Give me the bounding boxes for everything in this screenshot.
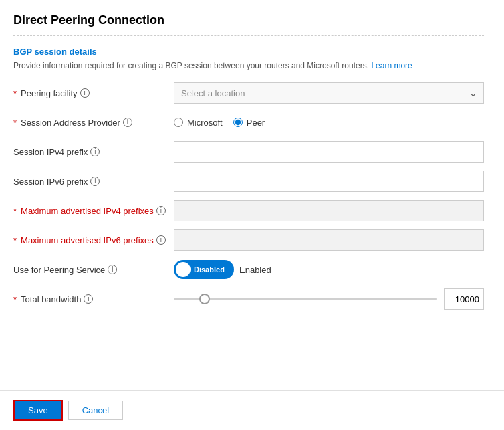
total-bandwidth-control	[174, 288, 484, 310]
slider-container	[174, 288, 484, 310]
save-button[interactable]: Save	[13, 400, 63, 421]
max-ipv6-info-icon[interactable]: i	[156, 235, 166, 245]
max-ipv6-row: * Maximum advertised IPv6 prefixes i	[13, 229, 484, 251]
main-content: Direct Peering Connection BGP session de…	[0, 0, 504, 390]
max-ipv4-label: * Maximum advertised IPv4 prefixes i	[13, 206, 174, 216]
peering-service-info-icon[interactable]: i	[108, 265, 117, 274]
toggle-disabled-text: Disabled	[194, 265, 225, 274]
peering-service-row: Use for Peering Service i Disabled Enabl…	[13, 259, 484, 280]
toggle-switch[interactable]: Disabled	[174, 260, 234, 279]
session-address-provider-label: * Session Address Provider i	[13, 118, 174, 128]
toggle-enabled-text: Enabled	[239, 265, 271, 275]
page-container: Direct Peering Connection BGP session de…	[0, 0, 504, 430]
footer: Save Cancel	[0, 390, 504, 430]
peering-facility-label: * Peering facility i	[13, 88, 174, 98]
session-ipv4-input[interactable]	[174, 141, 484, 163]
peering-facility-row: * Peering facility i Select a location	[13, 82, 484, 104]
max-ipv4-info-icon[interactable]: i	[156, 206, 166, 215]
toggle-container: Disabled Enabled	[174, 260, 484, 279]
peering-facility-select[interactable]: Select a location	[174, 82, 484, 104]
max-ipv6-label: * Maximum advertised IPv6 prefixes i	[13, 235, 174, 245]
session-ipv6-label: Session IPv6 prefix i	[13, 177, 174, 187]
peering-service-control: Disabled Enabled	[174, 260, 484, 279]
radio-peer-label: Peer	[247, 118, 265, 128]
required-star-3: *	[13, 206, 17, 216]
session-ipv4-control	[174, 141, 484, 163]
learn-more-link[interactable]: Learn more	[371, 61, 412, 70]
total-bandwidth-label: * Total bandwidth i	[13, 294, 174, 304]
cancel-button[interactable]: Cancel	[68, 401, 123, 420]
section-description: Provide information required for creatin…	[13, 60, 484, 72]
session-address-provider-control: Microsoft Peer	[174, 118, 484, 128]
session-address-info-icon[interactable]: i	[123, 118, 132, 127]
total-bandwidth-info-icon[interactable]: i	[84, 294, 93, 304]
session-ipv6-row: Session IPv6 prefix i	[13, 171, 484, 192]
required-star-4: *	[13, 235, 17, 245]
page-title: Direct Peering Connection	[13, 13, 484, 36]
bandwidth-value-input[interactable]	[444, 288, 484, 310]
max-ipv4-input[interactable]	[174, 200, 484, 221]
max-ipv4-control	[174, 200, 484, 221]
radio-microsoft-input[interactable]	[174, 118, 183, 127]
peering-facility-info-icon[interactable]: i	[80, 88, 90, 98]
peering-facility-select-wrapper: Select a location	[174, 82, 484, 104]
peering-service-label: Use for Peering Service i	[13, 265, 174, 275]
radio-microsoft[interactable]: Microsoft	[174, 118, 223, 128]
total-bandwidth-row: * Total bandwidth i	[13, 288, 484, 310]
bandwidth-slider[interactable]	[174, 298, 437, 300]
max-ipv6-control	[174, 229, 484, 251]
session-address-provider-row: * Session Address Provider i Microsoft P…	[13, 112, 484, 133]
required-star-2: *	[13, 118, 17, 128]
session-ipv4-info-icon[interactable]: i	[90, 147, 100, 156]
max-ipv6-input[interactable]	[174, 229, 484, 251]
session-ipv6-control	[174, 171, 484, 192]
section-title: BGP session details	[13, 47, 484, 57]
radio-peer-input[interactable]	[233, 118, 243, 127]
required-star-5: *	[13, 294, 17, 304]
radio-peer[interactable]: Peer	[233, 118, 265, 128]
session-ipv4-label: Session IPv4 prefix i	[13, 147, 174, 157]
session-address-radio-group: Microsoft Peer	[174, 118, 484, 128]
session-ipv4-row: Session IPv4 prefix i	[13, 141, 484, 163]
radio-microsoft-label: Microsoft	[187, 118, 223, 128]
max-ipv4-row: * Maximum advertised IPv4 prefixes i	[13, 200, 484, 221]
required-star: *	[13, 88, 17, 98]
session-ipv6-input[interactable]	[174, 171, 484, 192]
session-ipv6-info-icon[interactable]: i	[90, 177, 100, 186]
